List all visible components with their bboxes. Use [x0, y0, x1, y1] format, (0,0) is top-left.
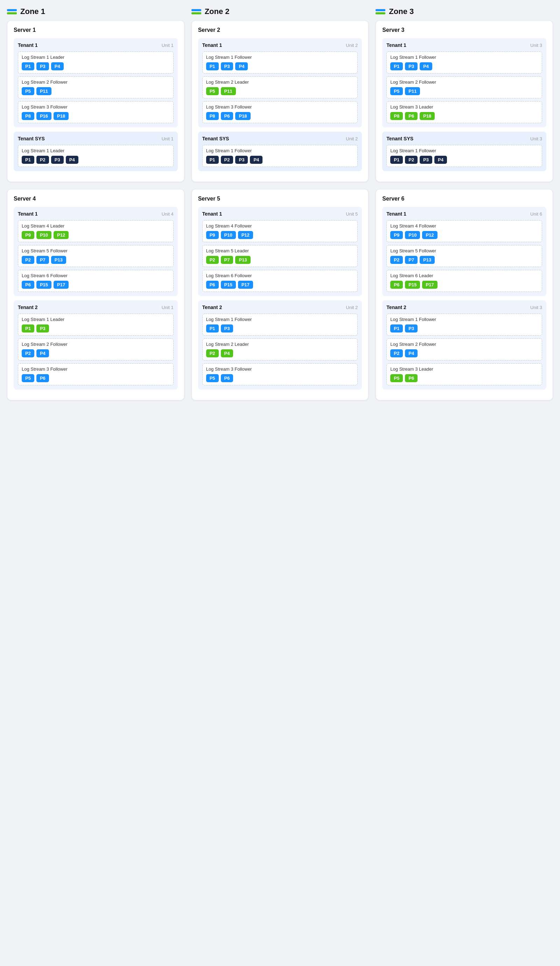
- tenant-header: Tenant 1 Unit 6: [386, 211, 542, 217]
- tenant-name: Tenant 1: [18, 211, 38, 217]
- tenant-block: Tenant 2 Unit 1 Log Stream 1 Leader P1P3…: [14, 300, 178, 389]
- pill: P15: [36, 281, 51, 289]
- log-stream-block: Log Stream 2 Follower P5P11: [18, 76, 174, 99]
- pill: P6: [405, 374, 417, 382]
- pill: P17: [54, 281, 69, 289]
- pill: P12: [54, 231, 69, 239]
- log-stream-label: Log Stream 1 Follower: [206, 148, 354, 153]
- tenant-name: Tenant 2: [18, 304, 38, 310]
- log-stream-label: Log Stream 3 Follower: [206, 366, 354, 372]
- pill: P5: [206, 87, 219, 95]
- pill-row: P1P3P4: [206, 62, 354, 71]
- pill: P4: [51, 62, 64, 71]
- zone-section: Zone 3 Server 3 Tenant 1 Unit 3 Log Stre…: [376, 7, 553, 182]
- pill-row: P1P2P3P4: [390, 156, 538, 164]
- pill-row: P2P4: [206, 349, 354, 357]
- pill: P8: [22, 112, 34, 120]
- pill: P13: [235, 256, 250, 264]
- pill: P10: [221, 231, 236, 239]
- pill: P1: [206, 156, 219, 164]
- tenant-block: Tenant 1 Unit 6 Log Stream 4 Follower P9…: [382, 207, 546, 296]
- tenant-unit: Unit 2: [346, 43, 358, 48]
- log-stream-block: Log Stream 1 Leader P1P3: [18, 314, 174, 336]
- pill: P1: [22, 324, 34, 332]
- tenant-unit: Unit 2: [346, 305, 358, 310]
- zone-section: Zone 2 Server 2 Tenant 1 Unit 2 Log Stre…: [191, 7, 369, 182]
- pill: P5: [22, 374, 34, 382]
- pill: P9: [390, 231, 403, 239]
- row1-grid: Zone 1 Server 1 Tenant 1 Unit 1 Log Stre…: [7, 7, 553, 182]
- pill: P2: [390, 256, 403, 264]
- pill-row: P9P10P12: [390, 231, 538, 239]
- pill: P3: [405, 62, 417, 71]
- zone-icon-bar-green: [191, 12, 201, 14]
- pill: P2: [390, 349, 403, 357]
- pill: P6: [390, 281, 403, 289]
- pill: P4: [36, 349, 49, 357]
- tenant-header: Tenant 1 Unit 4: [18, 211, 174, 217]
- tenant-block: Tenant 2 Unit 2 Log Stream 1 Follower P1…: [198, 300, 362, 389]
- pill: P12: [238, 231, 253, 239]
- pill: P10: [36, 231, 51, 239]
- log-stream-label: Log Stream 1 Leader: [22, 54, 170, 60]
- log-stream-block: Log Stream 1 Follower P1P2P3P4: [386, 145, 542, 167]
- server-card: Server 4 Tenant 1 Unit 4 Log Stream 4 Le…: [7, 189, 184, 401]
- tenant-unit: Unit 4: [162, 211, 174, 217]
- pill: P8: [206, 112, 219, 120]
- tenant-header: Tenant SYS Unit 3: [386, 136, 542, 141]
- pill: P1: [206, 324, 219, 332]
- log-stream-label: Log Stream 5 Follower: [390, 248, 538, 253]
- tenant-block: Tenant 1 Unit 5 Log Stream 4 Follower P9…: [198, 207, 362, 296]
- pill: P2: [36, 156, 49, 164]
- log-stream-label: Log Stream 2 Follower: [22, 342, 170, 347]
- zone-icon-bar-blue: [376, 9, 385, 11]
- pill-row: P2P7P13: [206, 256, 354, 264]
- zone-section: Server 5 Tenant 1 Unit 5 Log Stream 4 Fo…: [191, 189, 369, 401]
- pill-row: P5P6: [22, 374, 170, 382]
- zone-icon: [376, 9, 385, 14]
- pill-row: P1P3P4: [22, 62, 170, 71]
- log-stream-label: Log Stream 4 Follower: [390, 223, 538, 228]
- log-stream-block: Log Stream 1 Follower P1P3P4: [386, 51, 542, 74]
- server-title: Server 3: [382, 27, 546, 33]
- pill: P3: [405, 324, 417, 332]
- pill: P12: [422, 231, 437, 239]
- log-stream-label: Log Stream 1 Leader: [22, 317, 170, 322]
- server-card: Server 2 Tenant 1 Unit 2 Log Stream 1 Fo…: [191, 20, 369, 182]
- row2-grid: Server 4 Tenant 1 Unit 4 Log Stream 4 Le…: [7, 189, 553, 401]
- pill: P17: [238, 281, 253, 289]
- server-title: Server 1: [14, 27, 178, 33]
- log-stream-block: Log Stream 5 Follower P2P7P13: [386, 245, 542, 267]
- pill: P4: [221, 349, 233, 357]
- log-stream-block: Log Stream 2 Leader P2P4: [202, 338, 358, 360]
- zone-icon-bar-green: [7, 12, 17, 14]
- log-stream-block: Log Stream 2 Follower P2P4: [18, 338, 174, 360]
- log-stream-block: Log Stream 2 Leader P5P11: [202, 76, 358, 99]
- pill: P1: [390, 324, 403, 332]
- pill: P6: [36, 374, 49, 382]
- log-stream-label: Log Stream 2 Leader: [206, 79, 354, 85]
- tenant-unit: Unit 3: [530, 305, 542, 310]
- pill: P4: [250, 156, 263, 164]
- log-stream-label: Log Stream 5 Leader: [206, 248, 354, 253]
- log-stream-block: Log Stream 4 Follower P9P10P12: [386, 220, 542, 242]
- pill: P18: [54, 112, 69, 120]
- log-stream-block: Log Stream 6 Follower P6P15P17: [18, 270, 174, 292]
- tenant-block: Tenant 1 Unit 2 Log Stream 1 Follower P1…: [198, 38, 362, 127]
- server-title: Server 5: [198, 196, 362, 202]
- log-stream-label: Log Stream 3 Leader: [390, 366, 538, 372]
- pill-row: P2P4: [390, 349, 538, 357]
- pill: P2: [405, 156, 417, 164]
- log-stream-block: Log Stream 2 Follower P2P4: [386, 338, 542, 360]
- log-stream-label: Log Stream 3 Follower: [22, 104, 170, 110]
- pill-row: P6P15P17: [206, 281, 354, 289]
- pill: P5: [390, 87, 403, 95]
- tenant-name: Tenant SYS: [202, 136, 229, 141]
- log-stream-label: Log Stream 4 Follower: [206, 223, 354, 228]
- pill: P6: [221, 112, 233, 120]
- zone-header: Zone 2: [191, 7, 369, 16]
- server-title: Server 6: [382, 196, 546, 202]
- pill: P4: [235, 62, 248, 71]
- pill: P2: [221, 156, 233, 164]
- pill: P7: [221, 256, 233, 264]
